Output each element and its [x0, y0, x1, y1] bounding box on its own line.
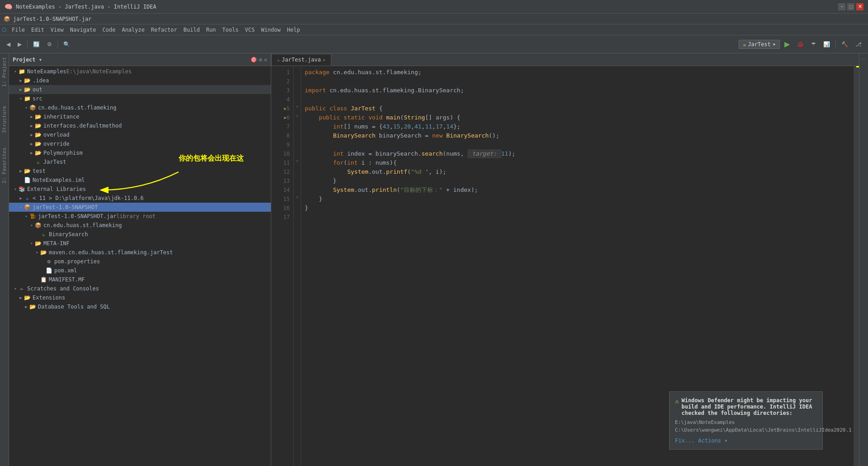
- tree-item-iml[interactable]: 📄 NoteExamples.iml: [9, 176, 271, 185]
- title-bar-controls: － □ ✕: [838, 3, 863, 10]
- notif-actions-link[interactable]: Actions ▾: [698, 437, 727, 444]
- tree-arrow-out: ▶: [18, 87, 24, 92]
- tree-item-idea[interactable]: ▶ 📂 .idea: [9, 76, 271, 85]
- tree-label-jartest: JarTest: [43, 159, 66, 165]
- fold-icon-6[interactable]: ▽: [296, 114, 298, 118]
- tree-item-overload[interactable]: ▶ 📂 overload: [9, 130, 271, 139]
- menu-help[interactable]: Help: [284, 26, 303, 34]
- toolbar-build-button[interactable]: 🔨: [839, 38, 851, 51]
- tree-item-cn[interactable]: ▾ 📦 cn.edu.huas.st.flameking: [9, 103, 271, 112]
- toolbar-search-button[interactable]: 🔍: [61, 38, 73, 51]
- tree-label-polymorphism: Polymorphism: [43, 150, 83, 156]
- project-side-label[interactable]: 1: Project: [0, 55, 8, 89]
- minimize-button[interactable]: －: [838, 3, 845, 10]
- fold-icon-15[interactable]: ▽: [296, 195, 298, 200]
- tree-item-polymorphism[interactable]: ▶ 📂 Polymorphism: [9, 148, 271, 157]
- fold-icon-11[interactable]: ▽: [296, 159, 298, 163]
- tree-item-cn-pkg[interactable]: ▾ 📦 cn.edu.huas.st.flameking: [9, 221, 271, 230]
- toolbar-sync-button[interactable]: 🔄: [30, 38, 42, 51]
- menu-navigate[interactable]: Navigate: [67, 26, 99, 34]
- code-line-10: int index = binarySearch.search(nums, ta…: [305, 149, 850, 158]
- menu-analyze[interactable]: Analyze: [119, 26, 147, 34]
- menu-refactor[interactable]: Refactor: [148, 26, 180, 34]
- editor-tab-jartest[interactable]: ☕ JarTest.java ✕: [271, 54, 331, 66]
- tree-item-meta-inf[interactable]: ▾ 📂 META-INF: [9, 239, 271, 248]
- java-bs-icon: ☕: [40, 231, 47, 238]
- menu-build[interactable]: Build: [181, 26, 203, 34]
- tree-item-dbtools[interactable]: ▶ 📂 Database Tools and SQL: [9, 302, 271, 311]
- ln-11: 11: [271, 158, 290, 167]
- ln-3: 3: [271, 86, 290, 95]
- tree-item-src[interactable]: ▾ 📁 src: [9, 94, 271, 103]
- menu-file[interactable]: File: [9, 26, 28, 34]
- profile-button[interactable]: 📊: [821, 38, 833, 51]
- tree-spacer-iml: [18, 177, 24, 183]
- panel-locate-icon[interactable]: 🎯: [250, 57, 257, 63]
- jar-header-bar: 📦 jarTest-1.0-SNAPSHOT.jar: [0, 14, 868, 24]
- tree-arrow-maven-pkg: ▾: [34, 250, 40, 255]
- tree-item-jar-root[interactable]: ▾ 📦 jarTest-1.0-SNAPSHOT: [9, 203, 271, 212]
- folder-extensions-icon: 📂: [24, 294, 31, 301]
- menu-view[interactable]: View: [48, 26, 66, 34]
- folder-meta-inf-icon: 📂: [34, 240, 42, 247]
- tree-item-jdk[interactable]: ▶ ☕ < 11 > D:\platform\Java\jdk-11.0.6: [9, 194, 271, 203]
- tree-item-inheritance[interactable]: ▶ 📂 inheritance: [9, 112, 271, 121]
- folder-maven-icon: 📂: [40, 249, 47, 256]
- tree-item-pom-xml[interactable]: 📄 pom.xml: [9, 266, 271, 275]
- toolbar-forward-button[interactable]: ▶: [15, 38, 24, 51]
- structure-side-label[interactable]: Structure: [0, 104, 8, 135]
- tree-item-noteexamples[interactable]: ▾ 📁 NoteExamples E:\java\NoteExamples: [9, 67, 271, 76]
- coverage-button[interactable]: ☂: [808, 38, 819, 51]
- toolbar-back-button[interactable]: ◀: [4, 38, 13, 51]
- notif-fix-link[interactable]: Fix...: [675, 437, 694, 444]
- code-line-1: package cn.edu.huas.st.flameking;: [305, 68, 850, 77]
- tree-arrow-dbtools: ▶: [24, 304, 29, 309]
- toolbar-vcs-button[interactable]: ⎇: [853, 38, 864, 51]
- tree-label-noteexamples: NoteExamples: [27, 68, 66, 75]
- run-config-selector[interactable]: ☕ JarTest ▾: [739, 40, 780, 49]
- panel-settings-icon[interactable]: ⚙: [259, 57, 262, 63]
- tree-item-manifest[interactable]: 📋 MANIFEST.MF: [9, 275, 271, 284]
- tree-label-jdk: < 11 > D:\platform\Java\jdk-11.0.6: [33, 195, 144, 201]
- maximize-button[interactable]: □: [847, 3, 854, 10]
- panel-close-icon[interactable]: ✕: [264, 57, 267, 63]
- tree-item-binarysearch[interactable]: ☕ BinarySearch: [9, 230, 271, 239]
- tree-label-iml: NoteExamples.iml: [33, 177, 85, 183]
- jdk-icon: ☕: [24, 195, 31, 202]
- extlibs-icon: 📚: [18, 185, 25, 193]
- tree-arrow-test: ▶: [18, 168, 24, 174]
- toolbar-settings-button[interactable]: ⚙: [44, 38, 55, 51]
- menu-code[interactable]: Code: [100, 26, 118, 34]
- tree-item-out[interactable]: ▶ 📂 out: [9, 85, 271, 94]
- close-button[interactable]: ✕: [856, 3, 863, 10]
- menu-vcs[interactable]: VCS: [242, 26, 258, 34]
- tree-item-extlibs[interactable]: ▾ 📚 External Libraries: [9, 185, 271, 194]
- tree-item-jartest[interactable]: ☕ JarTest: [9, 157, 271, 166]
- tree-item-pom-props[interactable]: ⚙ pom.properties: [9, 257, 271, 266]
- menu-edit[interactable]: Edit: [28, 26, 47, 34]
- tree-item-override[interactable]: ▶ 📂 override: [9, 139, 271, 148]
- right-panel-label[interactable]: ⋮: [861, 55, 867, 63]
- notif-actions: Fix... Actions ▾: [675, 437, 817, 444]
- tree-arrow-extlibs: ▾: [13, 186, 18, 192]
- tree-item-interfaces[interactable]: ▶ 📂 interfaces.defaultmethod: [9, 121, 271, 130]
- code-line-3: import cn.edu.huas.st.flameking.BinarySe…: [305, 86, 850, 95]
- favorites-side-label[interactable]: 2: Favorites: [0, 146, 8, 185]
- tree-spacer-pom-props: [40, 259, 45, 264]
- menu-run[interactable]: Run: [203, 26, 219, 34]
- tree-item-jar-file[interactable]: ▾ 🗜 jarTest-1.0-SNAPSHOT.jar library roo…: [9, 212, 271, 221]
- fold-icon-5[interactable]: ▽: [296, 105, 298, 109]
- debug-button[interactable]: 🐞: [794, 38, 807, 51]
- tree-item-scratches[interactable]: ▾ ✏ Scratches and Consoles: [9, 284, 271, 293]
- tree-item-maven-pkg[interactable]: ▾ 📂 maven.cn.edu.huas.st.flameking.jarTe…: [9, 248, 271, 257]
- notif-title-block: Windows Defender might be impacting your…: [681, 397, 812, 416]
- tree-item-test[interactable]: ▶ 📂 test: [9, 166, 271, 176]
- tree-label-maven-pkg: maven.cn.edu.huas.st.flameking.jarTest: [49, 249, 173, 256]
- menu-tools[interactable]: Tools: [220, 26, 241, 34]
- tree-item-extensions[interactable]: ▶ 📂 Extensions: [9, 293, 271, 302]
- tab-close-icon[interactable]: ✕: [323, 57, 326, 62]
- menu-window[interactable]: Window: [258, 26, 283, 34]
- tree-arrow-cn-pkg: ▾: [29, 223, 34, 228]
- scratches-icon: ✏: [18, 285, 25, 292]
- run-button[interactable]: ▶: [782, 38, 793, 51]
